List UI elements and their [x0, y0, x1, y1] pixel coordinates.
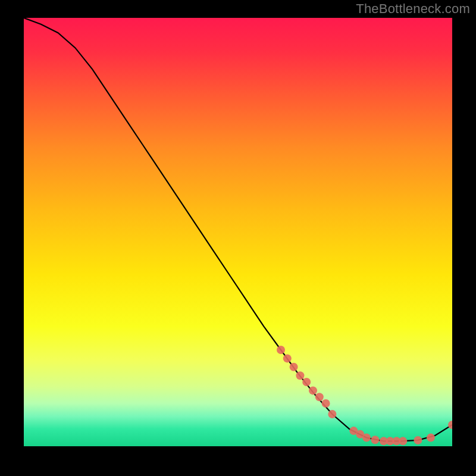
marker-dot [309, 386, 317, 394]
chart-background [24, 18, 452, 446]
marker-dot [362, 434, 371, 442]
marker-dot [290, 363, 298, 371]
chart-plot [24, 18, 452, 446]
chart-frame: TheBottleneck.com [0, 0, 476, 476]
marker-dot [322, 399, 330, 408]
watermark-text: TheBottleneck.com [356, 1, 470, 17]
marker-dot [283, 354, 292, 362]
marker-dot [371, 436, 379, 444]
marker-dot [296, 371, 304, 380]
marker-dot [414, 436, 422, 444]
marker-dot [399, 437, 407, 445]
marker-dot [315, 393, 324, 401]
marker-dot [328, 410, 336, 418]
chart-svg [24, 18, 452, 446]
marker-dot [302, 378, 311, 386]
marker-dot [277, 346, 285, 354]
marker-dot [427, 434, 435, 442]
